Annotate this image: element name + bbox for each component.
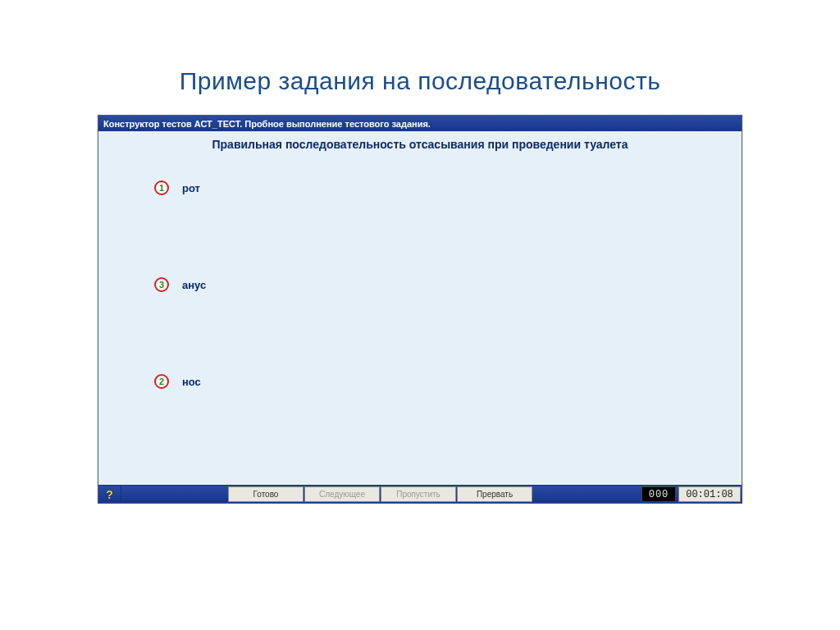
window-title: Конструктор тестов АСТ_ТЕСТ. Пробное вып…: [103, 119, 431, 129]
counter-display: 000: [641, 486, 676, 502]
answer-item[interactable]: 1 рот: [154, 180, 200, 195]
window-titlebar: Конструктор тестов АСТ_ТЕСТ. Пробное вып…: [98, 116, 742, 131]
ready-button[interactable]: Готово: [228, 486, 304, 502]
status-bar: ? Готово Следующее Пропустить Прервать 0…: [98, 485, 742, 503]
content-area: Правильная последовательность отсасывани…: [98, 131, 742, 485]
status-right: 000 00:01:08: [639, 486, 742, 503]
answer-label: анус: [182, 279, 206, 291]
help-button[interactable]: ?: [98, 486, 121, 503]
question-text: Правильная последовательность отсасывани…: [98, 138, 742, 159]
toolbar-buttons: Готово Следующее Пропустить Прервать: [121, 486, 639, 503]
sequence-number-badge[interactable]: 3: [154, 277, 169, 292]
slide-heading: Пример задания на последовательность: [0, 0, 840, 115]
answer-label: рот: [182, 182, 200, 194]
sequence-number-badge[interactable]: 1: [154, 180, 169, 195]
app-window: Конструктор тестов АСТ_ТЕСТ. Пробное вып…: [98, 115, 742, 504]
answer-item[interactable]: 2 нос: [154, 374, 201, 389]
next-button[interactable]: Следующее: [304, 486, 380, 502]
help-icon: ?: [104, 488, 116, 501]
sequence-number-badge[interactable]: 2: [154, 374, 169, 389]
timer-display: 00:01:08: [678, 486, 741, 502]
answer-item[interactable]: 3 анус: [154, 277, 206, 292]
abort-button[interactable]: Прервать: [457, 486, 532, 502]
skip-button[interactable]: Пропустить: [381, 486, 456, 502]
answer-label: нос: [182, 376, 201, 388]
